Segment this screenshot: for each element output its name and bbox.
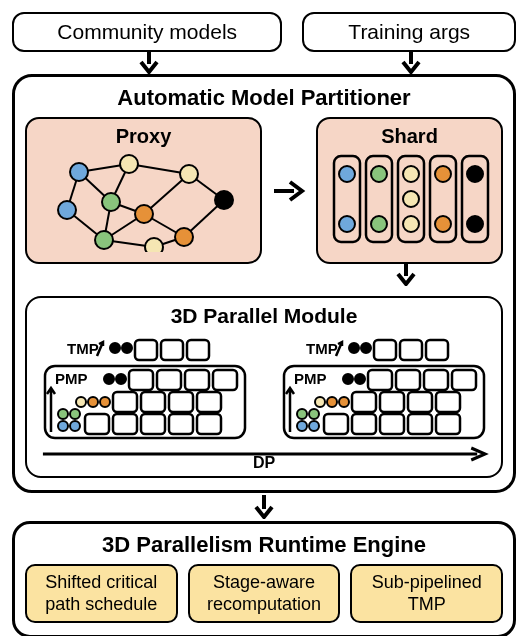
svg-rect-91 [436,392,460,412]
proxy-graph-icon [49,152,239,252]
svg-rect-100 [436,414,460,434]
svg-rect-84 [452,370,476,390]
svg-point-55 [76,397,86,407]
svg-rect-46 [187,340,209,360]
svg-point-24 [175,228,193,246]
svg-point-85 [315,397,325,407]
arrow-down-icon [250,495,278,519]
svg-rect-45 [161,340,183,360]
svg-text:PMP: PMP [55,370,88,387]
svg-rect-60 [169,392,193,412]
svg-rect-66 [85,414,109,434]
svg-rect-75 [400,340,422,360]
svg-point-23 [145,238,163,252]
svg-point-50 [116,374,126,384]
runtime-title: 3D Parallelism Runtime Engine [25,532,503,558]
svg-rect-82 [396,370,420,390]
svg-rect-68 [141,414,165,434]
svg-point-49 [104,374,114,384]
arrow-shard-to-module [25,264,503,286]
arrow-down-icon [392,264,420,286]
arrow-to-runtime [12,495,516,519]
svg-point-20 [102,193,120,211]
svg-point-80 [355,374,365,384]
svg-rect-90 [408,392,432,412]
svg-rect-67 [113,414,137,434]
svg-point-17 [180,165,198,183]
svg-rect-89 [380,392,404,412]
svg-point-95 [309,409,319,419]
svg-rect-96 [324,414,348,434]
svg-point-64 [58,409,68,419]
svg-point-18 [215,191,233,209]
svg-rect-69 [169,414,193,434]
svg-point-21 [135,205,153,223]
svg-point-94 [297,409,307,419]
svg-point-39 [467,166,483,182]
svg-point-56 [88,397,98,407]
svg-point-32 [371,166,387,182]
svg-point-19 [58,201,76,219]
svg-point-86 [327,397,337,407]
svg-point-62 [58,421,68,431]
svg-point-16 [120,155,138,173]
svg-point-37 [435,166,451,182]
automatic-model-partitioner: Automatic Model Partitioner Proxy [12,74,516,493]
svg-point-73 [361,343,371,353]
input-community-models: Community models [12,12,282,52]
svg-rect-59 [141,392,165,412]
arrow-right-icon [272,178,306,204]
runtime-engine: 3D Parallelism Runtime Engine Shifted cr… [12,521,516,636]
svg-rect-76 [426,340,448,360]
arrows-to-partitioner [12,52,516,74]
runtime-item-recompute: Stage-aware recomputation [188,564,341,623]
dp-label: DP [253,454,275,472]
shard-panel: Shard [316,117,503,264]
svg-point-79 [343,374,353,384]
parallel-module-diagram-left: TMP PMP [37,334,252,444]
partitioner-title: Automatic Model Partitioner [25,85,503,111]
svg-point-63 [70,421,80,431]
svg-rect-97 [352,414,376,434]
svg-point-57 [100,397,110,407]
svg-point-87 [339,397,349,407]
shard-grid-icon [330,152,490,252]
svg-point-36 [403,216,419,232]
runtime-item-subtmp: Sub-pipelined TMP [350,564,503,623]
inputs-row: Community models Training args [12,12,516,52]
svg-rect-52 [157,370,181,390]
svg-rect-88 [352,392,376,412]
arrow-down-icon [397,52,425,74]
svg-point-43 [122,343,132,353]
svg-point-15 [70,163,88,181]
parallel-module-panel: 3D Parallel Module TMP PMP [25,296,503,478]
svg-rect-98 [380,414,404,434]
svg-point-65 [70,409,80,419]
svg-rect-61 [197,392,221,412]
svg-text:PMP: PMP [294,370,327,387]
runtime-item-schedule: Shifted critical path schedule [25,564,178,623]
svg-rect-51 [129,370,153,390]
input-training-args: Training args [302,12,516,52]
svg-rect-83 [424,370,448,390]
svg-point-34 [403,166,419,182]
parallel-module-diagram-right: TMP PMP [276,334,491,444]
svg-point-42 [110,343,120,353]
svg-point-30 [339,166,355,182]
proxy-panel: Proxy [25,117,262,264]
svg-rect-44 [135,340,157,360]
shard-title: Shard [326,125,493,148]
svg-text:TMP: TMP [306,340,338,357]
parallel-module-title: 3D Parallel Module [37,304,491,328]
svg-rect-81 [368,370,392,390]
svg-point-92 [297,421,307,431]
svg-text:TMP: TMP [67,340,99,357]
svg-point-93 [309,421,319,431]
svg-rect-54 [213,370,237,390]
svg-rect-58 [113,392,137,412]
svg-point-35 [403,191,419,207]
proxy-shard-row: Proxy [25,117,503,264]
svg-rect-70 [197,414,221,434]
svg-point-40 [467,216,483,232]
svg-point-72 [349,343,359,353]
